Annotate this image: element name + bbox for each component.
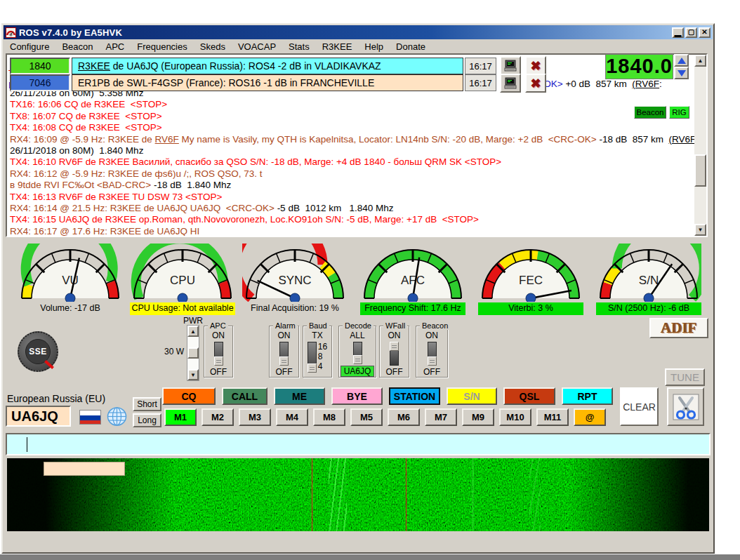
macro-button-m2[interactable]: M2 xyxy=(201,408,234,426)
macro-button-m8[interactable]: M8 xyxy=(313,408,345,426)
macro-button-m1[interactable]: M1 xyxy=(164,408,197,426)
pwr-slider[interactable]: ▲ ▼ xyxy=(187,325,199,381)
waterfall-display[interactable] xyxy=(7,458,709,531)
macro-button-s-n[interactable]: S/N xyxy=(447,387,497,405)
knob-pointer xyxy=(44,360,54,369)
macro-button-m5[interactable]: M5 xyxy=(350,408,383,426)
macro-button-m4[interactable]: M4 xyxy=(276,408,308,426)
macro-button-me[interactable]: ME xyxy=(274,387,325,405)
maximize-button[interactable]: ▢ xyxy=(685,27,697,38)
scissors-icon[interactable] xyxy=(667,387,704,426)
menu-item-skeds[interactable]: Skeds xyxy=(194,41,232,53)
switch-group-wfall: WFallONOFF xyxy=(379,326,409,378)
minimize-button[interactable]: ▬ xyxy=(672,27,684,38)
menu-item-configure[interactable]: Configure xyxy=(4,41,55,53)
log-scrollbar[interactable]: ▲ ▼ xyxy=(694,55,706,236)
pwr-slider-thumb[interactable] xyxy=(187,347,199,359)
red-x-icon[interactable]: ✖ xyxy=(525,74,546,93)
sse-knob[interactable]: SSE xyxy=(18,331,58,372)
macro-button-qsl[interactable]: QSL xyxy=(503,387,555,405)
macro-button-call[interactable]: CALL xyxy=(222,387,267,405)
switch-group-baud: BaudTX1684 xyxy=(303,326,332,378)
log-line: в 9tdde RVI FC‰Ot <BAD-CRC> -18 dB 1.840… xyxy=(10,180,231,190)
short-path-button[interactable]: Short xyxy=(133,397,161,411)
computer-icon[interactable] xyxy=(500,56,521,75)
gauge-vu: VUVolume: -17 dB xyxy=(18,244,123,316)
toggle-handle[interactable] xyxy=(353,355,362,364)
log-line: RX4: 16:17 @ 17.6 Hz: R3KEE de UA6JQ HI xyxy=(10,227,199,236)
tx-text-input[interactable] xyxy=(6,433,711,455)
macro-button-m10[interactable]: M10 xyxy=(499,408,531,426)
macro-button-bye[interactable]: BYE xyxy=(331,387,383,405)
toggle-handle[interactable] xyxy=(390,342,399,351)
baud-option-4[interactable]: 4 xyxy=(318,361,327,371)
alert-time-2: 16:17 xyxy=(465,74,496,91)
toggle-wfall[interactable] xyxy=(390,342,399,366)
gauge-sync: SYNCFinal Acquisition: 19 % xyxy=(242,244,348,316)
switch-top-label: ALL xyxy=(350,331,364,340)
menu-item-beacon[interactable]: Beacon xyxy=(55,41,99,53)
title-bar[interactable]: ROS v7.4.0 by EA5HVK ▬ ▢ ✕ xyxy=(4,25,713,39)
toggle-alarm[interactable] xyxy=(279,342,289,366)
menu-item-help[interactable]: Help xyxy=(358,41,390,53)
macro-button-station[interactable]: STATION xyxy=(389,387,440,405)
alert-message-1[interactable]: R3KEE de UA6JQ (European Russia): ROS4 -… xyxy=(72,58,463,74)
globe-icon[interactable] xyxy=(107,407,127,426)
gauge-icon xyxy=(6,27,16,38)
menu-item-voacap[interactable]: VOACAP xyxy=(232,41,282,53)
menu-item-stats[interactable]: Stats xyxy=(282,41,316,53)
pwr-down-icon[interactable]: ▼ xyxy=(187,369,199,380)
frequency-down-icon[interactable] xyxy=(674,67,689,79)
alert-callsign-link[interactable]: R3KEE xyxy=(78,60,110,72)
waterfall-marker xyxy=(312,458,312,531)
menu-item-r3kee[interactable]: R3KEE xyxy=(316,41,359,53)
computer-icon[interactable] xyxy=(500,74,521,93)
macro-button-m11[interactable]: M11 xyxy=(536,408,569,426)
scroll-up-icon[interactable]: ▲ xyxy=(694,55,706,67)
baud-option-16[interactable]: 16 xyxy=(318,342,327,352)
log-line: TX4: 16:15 UA6JQ de R3KEE op.Roman, qth.… xyxy=(10,215,479,225)
menu-item-donate[interactable]: Donate xyxy=(390,41,432,53)
log-scrollbar-thumb[interactable] xyxy=(694,154,706,187)
pwr-up-icon[interactable]: ▲ xyxy=(187,326,199,337)
adif-button[interactable]: ADIF xyxy=(649,318,708,338)
gauge-caption-vu: Volume: -17 dB xyxy=(18,302,123,315)
close-button[interactable]: ✕ xyxy=(699,27,711,38)
gauge-caption-fec: Viterbi: 3 % xyxy=(478,302,583,315)
scroll-down-icon[interactable]: ▼ xyxy=(694,224,706,236)
macro-button-m9[interactable]: M9 xyxy=(462,408,494,426)
clear-button[interactable]: CLEAR xyxy=(620,387,659,426)
log-line: RX4: 16:12 @ -5.9 Hz: R3KEE de фs6)u /;,… xyxy=(10,169,262,179)
frequency-spinner[interactable] xyxy=(674,54,689,79)
gauge-label: AFC xyxy=(401,274,425,287)
alert-message-2[interactable]: ER1PB de SWL-F4GSP (France): ROS16 -1 dB… xyxy=(72,74,463,91)
menu-item-frequencies[interactable]: Frequencies xyxy=(131,41,194,53)
callsign-input[interactable]: UA6JQ xyxy=(6,406,71,427)
baud-slider-handle[interactable] xyxy=(308,364,317,373)
baud-option-8[interactable]: 8 xyxy=(318,352,327,361)
alert-frequency-1840[interactable]: 1840 xyxy=(10,58,70,74)
macro-button-m6[interactable]: M6 xyxy=(388,408,420,426)
log-line: TX4: 16:13 RV6F de R3KEE TU DSW 73 <STOP… xyxy=(10,192,222,202)
long-path-button[interactable]: Long xyxy=(133,413,161,427)
macro-button-at[interactable]: @ xyxy=(574,408,606,426)
alert-frequency-7046[interactable]: 7046 xyxy=(10,74,70,91)
switch-bottom-label: OFF xyxy=(276,367,293,377)
macro-button-cq[interactable]: CQ xyxy=(162,387,216,405)
macro-button-m3[interactable]: M3 xyxy=(239,408,271,426)
toggle-handle[interactable] xyxy=(279,356,289,366)
tune-button[interactable]: TUNE xyxy=(665,368,705,386)
toggle-beacon[interactable] xyxy=(428,342,437,366)
toggle-decode[interactable] xyxy=(353,342,362,364)
toggle-handle[interactable] xyxy=(428,356,437,366)
beacon-status-button[interactable]: Beacon xyxy=(634,106,666,119)
rig-status-button[interactable]: RIG xyxy=(669,106,689,119)
toggle-handle[interactable] xyxy=(214,356,223,366)
toggle-apc[interactable] xyxy=(214,342,223,366)
frequency-up-icon[interactable] xyxy=(674,54,689,67)
macro-button-m7[interactable]: M7 xyxy=(425,408,457,426)
macro-button-rpt[interactable]: RPT xyxy=(562,387,613,405)
red-x-icon[interactable]: ✖ xyxy=(525,56,546,75)
menu-item-apc[interactable]: APC xyxy=(99,41,131,53)
baud-slider[interactable] xyxy=(308,342,317,373)
